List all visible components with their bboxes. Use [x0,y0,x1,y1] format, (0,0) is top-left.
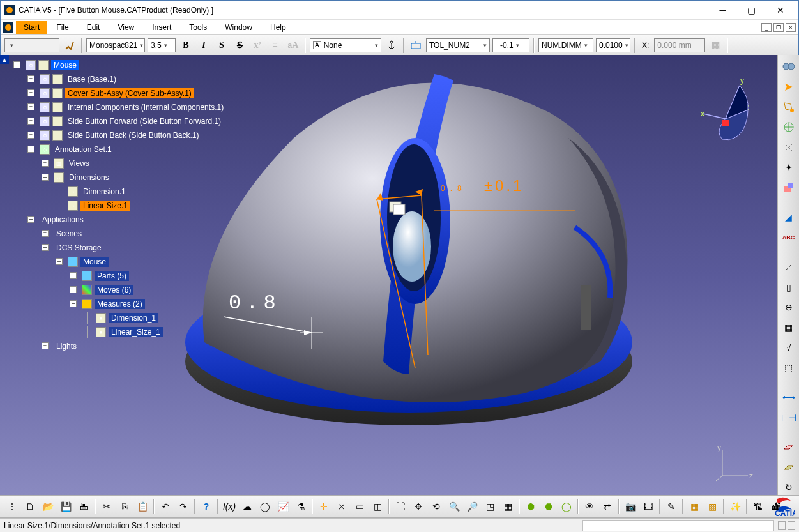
expand-icon[interactable]: + [42,342,49,349]
menu-start[interactable]: Start [16,21,47,34]
camera-icon[interactable]: 📷 [622,498,639,515]
expand-icon[interactable]: – [42,244,49,251]
expand-icon[interactable]: + [27,75,34,82]
line-icon[interactable]: ⟋ [780,260,797,275]
copy-icon[interactable]: ⎘ [116,498,133,515]
maximize-button[interactable]: ▢ [737,1,766,19]
brush-icon[interactable] [62,38,77,53]
expand-icon[interactable]: + [70,272,77,279]
mdi-restore[interactable]: ❐ [773,23,784,32]
tree-meas-lin1[interactable]: Linear_Size_1 [109,327,163,337]
overline-button[interactable]: S̶ [232,38,247,53]
sqrt-icon[interactable]: √ [780,340,797,354]
expand-icon[interactable]: + [27,103,34,110]
open-icon[interactable]: 📂 [40,498,56,515]
flag-note-icon[interactable]: ◢ [780,210,797,225]
swap-icon[interactable]: ⇄ [599,498,616,515]
tree-root[interactable]: Mouse [51,60,79,70]
know-icon[interactable]: ⚗ [293,498,309,515]
dim-value-combo[interactable]: 0.0100▾ [596,38,630,52]
sketch-icon[interactable]: ✎ [663,498,680,515]
zoom-out-icon[interactable]: 🔎 [464,498,480,515]
tree-dcs-parts[interactable]: Parts (5) [95,271,129,281]
xyz-icon[interactable]: ⤬ [333,498,350,515]
save-icon[interactable]: 💾 [57,498,74,515]
fx-icon[interactable]: f(x) [221,498,238,515]
expand-icon[interactable]: + [27,118,34,125]
menu-view[interactable]: View [109,21,143,34]
style-combo[interactable]: ▾ [4,38,59,52]
menu-help[interactable]: Help [261,21,295,34]
grip-icon[interactable] [788,521,795,530]
x-value-input[interactable] [654,38,705,52]
print-icon[interactable]: 🖶 [75,498,92,515]
grid1-icon[interactable]: ▦ [686,498,703,515]
tol-value-combo[interactable]: +-0.1▾ [492,38,529,52]
tol-icon[interactable] [408,38,423,53]
expand-icon[interactable]: – [27,216,34,223]
tree-item-anno[interactable]: Annotation Set.1 [52,144,114,155]
dim-value-orange[interactable]: 0.8 ±0.1 [441,174,524,197]
grid-icon[interactable]: ▦ [780,320,797,335]
hide-show-icon[interactable]: 👁 [581,498,598,515]
justify-button[interactable]: ≡ [268,38,283,53]
tree-linear-size[interactable]: Linear Size.1 [80,201,130,211]
tree-apps[interactable]: Applications [40,215,86,225]
expand-icon[interactable]: – [27,146,34,153]
mdi-close[interactable]: × [786,23,796,32]
expand-icon[interactable]: + [27,132,34,139]
zoom-in-icon[interactable]: 🔍 [446,498,462,515]
dim-value-white[interactable]: 0.8 [229,291,281,315]
expand-icon[interactable]: + [27,89,34,96]
shade-icon[interactable]: ⬣ [540,498,557,515]
paste-icon[interactable]: 📋 [134,498,151,515]
char-button[interactable]: aA [285,38,301,53]
tree-scenes[interactable]: Scenes [54,229,84,239]
capture2-icon[interactable]: 🎞 [640,498,657,515]
menu-window[interactable]: Window [216,21,261,34]
snap-icon[interactable] [780,140,797,155]
eraser2-icon[interactable] [780,460,797,475]
tree-item-base[interactable]: Base (Base.1) [65,74,119,84]
italic-button[interactable]: I [196,38,211,53]
workbench-icon[interactable] [780,59,797,74]
compass-triad[interactable]: y x z [697,74,754,144]
frame-combo[interactable]: ANone▾ [310,38,381,52]
tree-lights[interactable]: Lights [54,341,79,351]
grip-icon[interactable]: ⋮ [4,498,20,515]
tree-dcs-measures[interactable]: Measures (2) [95,299,145,309]
menu-insert[interactable]: Insert [143,21,180,34]
enh-scene-icon[interactable]: 🏗 [750,498,766,515]
grid-snap-icon[interactable]: ▦ [708,38,723,53]
measure2-icon[interactable]: ◫ [369,498,386,515]
redo-icon[interactable]: ↻ [780,480,797,495]
axis-icon[interactable]: ✛ [316,498,332,515]
mdi-minimize[interactable]: _ [761,23,772,32]
tree-item-internal[interactable]: Internal Components (Internal Components… [65,102,226,112]
normal-view-icon[interactable]: ◳ [482,498,498,515]
tree-item-cover[interactable]: Cover Sub-Assy (Cover Sub-Assy.1) [65,88,194,98]
bold-button[interactable]: B [178,38,194,53]
explode-icon[interactable]: ✦ [780,160,797,174]
iso-view-icon[interactable]: ⬢ [522,498,539,515]
select-trap-icon[interactable] [780,100,797,114]
tol-table-combo[interactable]: TOL_NUM2▾ [426,38,490,52]
tree-views[interactable]: Views [66,158,92,169]
minimize-button[interactable]: ─ [708,1,737,19]
help-icon[interactable]: ? [198,498,215,515]
anchor-icon[interactable] [384,38,399,53]
menu-edit[interactable]: Edit [78,21,109,34]
close-button[interactable]: ✕ [766,1,795,19]
length-dim-icon[interactable]: ⊢⊣ [780,410,797,425]
frame-icon[interactable]: ⬚ [780,360,797,375]
tree-dcs[interactable]: DCS Storage [54,243,104,253]
menu-tools[interactable]: Tools [180,21,216,34]
rect-icon[interactable]: ▯ [780,280,797,294]
menu-file[interactable]: File [47,21,77,34]
tree-toggle[interactable]: ▲ [0,55,9,64]
measure1-icon[interactable]: ▭ [351,498,368,515]
expand-icon[interactable]: – [70,300,77,307]
expand-icon[interactable]: + [42,230,49,237]
font-size-combo[interactable]: 3.5▾ [148,38,176,52]
text-note-icon[interactable]: ABC [780,230,797,245]
